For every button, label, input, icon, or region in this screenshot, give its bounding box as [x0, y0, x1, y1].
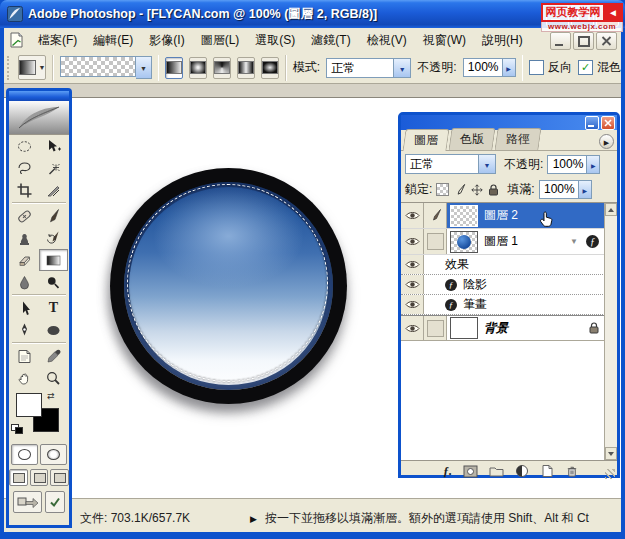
- menu-help[interactable]: 說明(H): [474, 29, 531, 52]
- default-colors-icon[interactable]: [11, 424, 23, 435]
- visibility-toggle[interactable]: [401, 203, 424, 228]
- dodge-tool[interactable]: [39, 271, 68, 293]
- add-layer-style-button[interactable]: ƒ.: [443, 464, 452, 479]
- scroll-up-button[interactable]: [605, 203, 617, 216]
- radial-gradient-button[interactable]: [189, 57, 207, 79]
- add-layer-mask-button[interactable]: [463, 465, 478, 478]
- effect-row-shadow[interactable]: ƒ陰影: [401, 275, 617, 295]
- swap-colors-icon[interactable]: ⇄: [47, 391, 55, 401]
- layer-opacity-field[interactable]: 100% ▶: [547, 155, 600, 174]
- path-selection-tool[interactable]: [10, 297, 39, 319]
- tab-channels[interactable]: 色版: [448, 128, 495, 150]
- new-group-button[interactable]: [489, 465, 504, 477]
- menu-window[interactable]: 視窗(W): [415, 29, 474, 52]
- linear-gradient-button[interactable]: [165, 57, 183, 79]
- brush-tool[interactable]: [39, 205, 68, 227]
- blur-tool[interactable]: [10, 271, 39, 293]
- layer-thumbnail[interactable]: [450, 231, 478, 253]
- layer-row-background[interactable]: 背景: [401, 315, 617, 341]
- new-layer-button[interactable]: [540, 464, 554, 478]
- fill-field[interactable]: 100% ▶: [539, 180, 592, 199]
- effects-expander-icon[interactable]: ▼: [570, 237, 578, 246]
- layer-row-layer2[interactable]: 圖層 2: [401, 203, 617, 229]
- opacity-field[interactable]: 100% ▶: [463, 58, 516, 77]
- layer-row-layer1[interactable]: 圖層 1 ▼ ƒ: [401, 229, 617, 255]
- lasso-tool[interactable]: [10, 157, 39, 179]
- options-drag-handle[interactable]: [7, 56, 10, 80]
- visibility-toggle[interactable]: [401, 255, 424, 274]
- layer-style-badge[interactable]: ƒ: [586, 235, 599, 248]
- tab-paths[interactable]: 路徑: [494, 128, 541, 150]
- reverse-checkbox[interactable]: 反向: [529, 59, 572, 76]
- toolbox-title-bar[interactable]: [9, 91, 69, 101]
- panel-menu-button[interactable]: ▶: [599, 134, 614, 149]
- layer-name[interactable]: 圖層 2: [484, 207, 518, 224]
- zoom-tool[interactable]: [39, 367, 68, 389]
- title-bar[interactable]: Adobe Photoshop - [FLYCAN.com @ 100% (圖層…: [0, 0, 625, 28]
- gradient-tool-selected[interactable]: [39, 249, 68, 271]
- menu-filter[interactable]: 濾鏡(T): [303, 29, 358, 52]
- clone-stamp-tool[interactable]: [10, 227, 39, 249]
- history-brush-tool[interactable]: [39, 227, 68, 249]
- visibility-toggle[interactable]: [401, 275, 424, 294]
- paint-indicator[interactable]: [424, 203, 447, 228]
- menu-select[interactable]: 選取(S): [247, 29, 303, 52]
- layer-name[interactable]: 背景: [484, 320, 508, 337]
- standard-mode-button[interactable]: [11, 444, 38, 465]
- toolbox-check-button[interactable]: [45, 491, 65, 513]
- gradient-picker[interactable]: ▼: [60, 56, 152, 79]
- panel-minimize-button[interactable]: [585, 116, 599, 130]
- effects-row[interactable]: 效果: [401, 255, 617, 275]
- delete-layer-button[interactable]: [565, 464, 579, 478]
- doc-restore-button[interactable]: [573, 32, 594, 50]
- gradient-sample[interactable]: [60, 56, 136, 77]
- hand-tool[interactable]: [10, 367, 39, 389]
- lock-paint-button[interactable]: [454, 184, 466, 196]
- panel-resize-grip[interactable]: [605, 469, 615, 479]
- slider-arrow-button[interactable]: ▶: [586, 155, 600, 174]
- fullscreen-button[interactable]: [50, 469, 69, 486]
- diamond-gradient-button[interactable]: [261, 57, 279, 79]
- tool-preset-picker[interactable]: ▼: [18, 55, 46, 80]
- jump-to-imageready-button[interactable]: [13, 491, 42, 513]
- type-tool[interactable]: T: [39, 297, 68, 319]
- effect-row-stroke[interactable]: ƒ筆畫: [401, 295, 617, 315]
- lock-all-button[interactable]: [488, 184, 499, 196]
- standard-screen-button[interactable]: [9, 469, 28, 486]
- menu-image[interactable]: 影像(I): [141, 29, 192, 52]
- lock-position-button[interactable]: [471, 184, 483, 196]
- combo-arrow-button[interactable]: ▼: [478, 154, 496, 174]
- tab-layers[interactable]: 圖層: [402, 129, 449, 151]
- fullscreen-menubar-button[interactable]: [30, 469, 49, 486]
- slice-tool[interactable]: [39, 179, 68, 201]
- panel-close-button[interactable]: [601, 116, 615, 130]
- dither-checkbox[interactable]: ✓ 混色: [578, 59, 621, 76]
- combo-arrow-button[interactable]: ▼: [393, 58, 411, 78]
- link-column[interactable]: [424, 229, 447, 254]
- quick-mask-mode-button[interactable]: [40, 444, 67, 465]
- document-size-indicator[interactable]: 文件: 703.1K/657.7K: [80, 510, 190, 527]
- opacity-slider-button[interactable]: ▶: [502, 58, 516, 77]
- eraser-tool[interactable]: [10, 249, 39, 271]
- notes-tool[interactable]: [10, 345, 39, 367]
- magic-wand-tool[interactable]: [39, 157, 68, 179]
- crop-tool[interactable]: [10, 179, 39, 201]
- blend-mode-select[interactable]: 正常 ▼: [326, 58, 411, 78]
- menu-layer[interactable]: 圖層(L): [193, 29, 248, 52]
- menu-edit[interactable]: 編輯(E): [85, 29, 141, 52]
- menu-file[interactable]: 檔案(F): [30, 29, 85, 52]
- lock-transparency-button[interactable]: [436, 183, 449, 196]
- pen-tool[interactable]: [10, 319, 39, 341]
- layer-name[interactable]: 圖層 1: [484, 233, 518, 250]
- doc-minimize-button[interactable]: [550, 32, 571, 50]
- layer-thumbnail[interactable]: [450, 317, 478, 339]
- elliptical-marquee-tool[interactable]: [10, 135, 39, 157]
- foreground-color-swatch[interactable]: [16, 393, 42, 417]
- move-tool[interactable]: [39, 135, 68, 157]
- visibility-toggle[interactable]: [401, 316, 424, 340]
- visibility-toggle[interactable]: [401, 295, 424, 314]
- slider-arrow-button[interactable]: ▶: [578, 180, 592, 199]
- reflected-gradient-button[interactable]: [237, 57, 255, 79]
- layer-thumbnail[interactable]: [450, 205, 478, 227]
- visibility-toggle[interactable]: [401, 229, 424, 254]
